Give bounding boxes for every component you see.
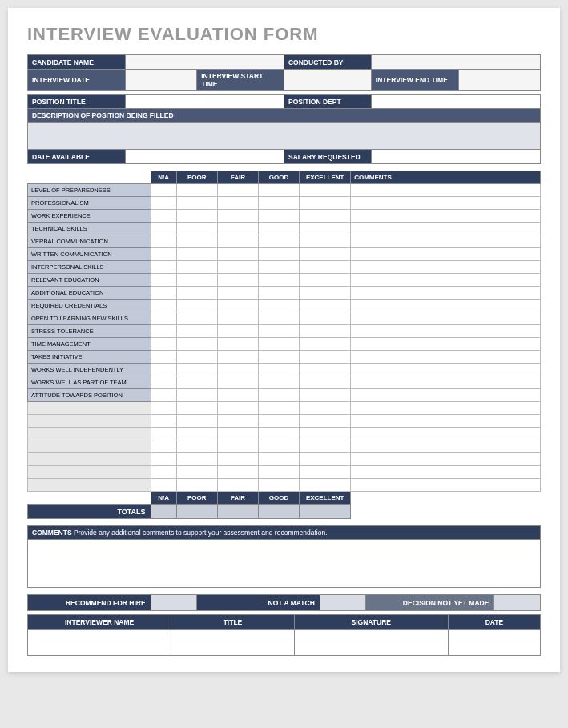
sig-date-field[interactable]	[448, 630, 540, 656]
eval-na[interactable]	[151, 223, 176, 235]
eval-fair[interactable]	[217, 428, 258, 440]
eval-excellent[interactable]	[300, 235, 351, 248]
totals-good[interactable]	[258, 505, 299, 519]
eval-poor[interactable]	[176, 274, 217, 287]
interviewer-field[interactable]	[28, 630, 171, 656]
eval-na[interactable]	[151, 312, 176, 325]
eval-excellent[interactable]	[300, 479, 351, 492]
eval-poor[interactable]	[176, 223, 217, 235]
eval-poor[interactable]	[176, 287, 217, 300]
eval-good[interactable]	[258, 479, 299, 492]
eval-na[interactable]	[151, 235, 176, 248]
eval-excellent[interactable]	[300, 376, 351, 389]
eval-poor[interactable]	[176, 466, 217, 479]
recommend-field[interactable]	[151, 595, 197, 611]
eval-comment[interactable]	[351, 184, 541, 197]
eval-fair[interactable]	[217, 287, 258, 300]
eval-comment[interactable]	[351, 197, 541, 210]
eval-fair[interactable]	[217, 440, 258, 453]
eval-comment[interactable]	[351, 210, 541, 223]
eval-excellent[interactable]	[300, 184, 351, 197]
eval-na[interactable]	[151, 389, 176, 402]
eval-na[interactable]	[151, 351, 176, 364]
eval-excellent[interactable]	[300, 197, 351, 210]
eval-fair[interactable]	[217, 197, 258, 210]
eval-na[interactable]	[151, 210, 176, 223]
eval-poor[interactable]	[176, 300, 217, 312]
eval-fair[interactable]	[217, 338, 258, 351]
eval-poor[interactable]	[176, 402, 217, 415]
eval-poor[interactable]	[176, 389, 217, 402]
comments-field[interactable]	[28, 540, 541, 588]
eval-na[interactable]	[151, 300, 176, 312]
eval-good[interactable]	[258, 274, 299, 287]
eval-excellent[interactable]	[300, 312, 351, 325]
eval-na[interactable]	[151, 261, 176, 274]
eval-poor[interactable]	[176, 364, 217, 376]
eval-poor[interactable]	[176, 338, 217, 351]
description-field[interactable]	[28, 123, 541, 150]
eval-na[interactable]	[151, 479, 176, 492]
eval-na[interactable]	[151, 287, 176, 300]
position-dept-field[interactable]	[371, 95, 540, 109]
eval-comment[interactable]	[351, 312, 541, 325]
start-time-field[interactable]	[284, 70, 371, 91]
eval-excellent[interactable]	[300, 300, 351, 312]
eval-fair[interactable]	[217, 466, 258, 479]
eval-fair[interactable]	[217, 402, 258, 415]
eval-comment[interactable]	[351, 338, 541, 351]
eval-poor[interactable]	[176, 376, 217, 389]
eval-excellent[interactable]	[300, 440, 351, 453]
eval-na[interactable]	[151, 453, 176, 466]
eval-excellent[interactable]	[300, 466, 351, 479]
eval-na[interactable]	[151, 440, 176, 453]
conducted-by-field[interactable]	[371, 55, 540, 70]
eval-excellent[interactable]	[300, 364, 351, 376]
eval-comment[interactable]	[351, 261, 541, 274]
eval-na[interactable]	[151, 466, 176, 479]
eval-good[interactable]	[258, 466, 299, 479]
not-match-field[interactable]	[320, 595, 366, 611]
eval-poor[interactable]	[176, 184, 217, 197]
eval-good[interactable]	[258, 351, 299, 364]
totals-fair[interactable]	[217, 505, 258, 519]
eval-good[interactable]	[258, 197, 299, 210]
position-title-field[interactable]	[125, 95, 284, 109]
eval-na[interactable]	[151, 428, 176, 440]
eval-good[interactable]	[258, 184, 299, 197]
totals-excellent[interactable]	[300, 505, 351, 519]
interview-date-field[interactable]	[125, 70, 197, 91]
eval-na[interactable]	[151, 197, 176, 210]
eval-na[interactable]	[151, 325, 176, 338]
eval-comment[interactable]	[351, 274, 541, 287]
eval-fair[interactable]	[217, 261, 258, 274]
eval-comment[interactable]	[351, 402, 541, 415]
eval-fair[interactable]	[217, 479, 258, 492]
eval-comment[interactable]	[351, 453, 541, 466]
eval-na[interactable]	[151, 415, 176, 428]
eval-good[interactable]	[258, 338, 299, 351]
eval-good[interactable]	[258, 402, 299, 415]
eval-fair[interactable]	[217, 376, 258, 389]
totals-na[interactable]	[151, 505, 176, 519]
eval-good[interactable]	[258, 300, 299, 312]
eval-comment[interactable]	[351, 415, 541, 428]
eval-na[interactable]	[151, 248, 176, 261]
signature-field[interactable]	[294, 630, 448, 656]
eval-na[interactable]	[151, 274, 176, 287]
eval-good[interactable]	[258, 428, 299, 440]
eval-poor[interactable]	[176, 415, 217, 428]
eval-na[interactable]	[151, 364, 176, 376]
eval-fair[interactable]	[217, 274, 258, 287]
eval-poor[interactable]	[176, 248, 217, 261]
eval-good[interactable]	[258, 248, 299, 261]
eval-fair[interactable]	[217, 184, 258, 197]
eval-good[interactable]	[258, 453, 299, 466]
eval-excellent[interactable]	[300, 428, 351, 440]
eval-fair[interactable]	[217, 453, 258, 466]
eval-poor[interactable]	[176, 453, 217, 466]
eval-fair[interactable]	[217, 415, 258, 428]
eval-poor[interactable]	[176, 261, 217, 274]
eval-good[interactable]	[258, 312, 299, 325]
eval-excellent[interactable]	[300, 248, 351, 261]
